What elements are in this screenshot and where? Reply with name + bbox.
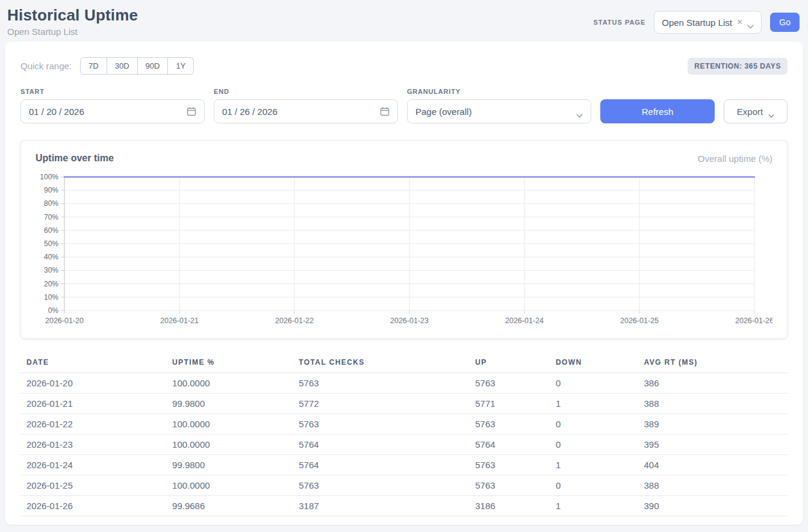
svg-text:60%: 60% bbox=[44, 226, 58, 235]
table-cell: 100.0000 bbox=[166, 414, 293, 435]
quick-range-30d-button[interactable]: 30D bbox=[107, 57, 138, 75]
page-subtitle: Open Startup List bbox=[7, 26, 138, 37]
granularity-field: GRANULARITY Page (overall) bbox=[407, 88, 591, 123]
start-date-field: START 01 / 20 / 2026 bbox=[20, 88, 205, 123]
table-cell: 404 bbox=[638, 455, 788, 475]
calendar-icon[interactable] bbox=[187, 107, 196, 116]
table-cell: 99.9800 bbox=[166, 394, 293, 414]
table-row: 2026-01-22100.0000576357630389 bbox=[20, 414, 788, 435]
table-cell: 5763 bbox=[469, 414, 550, 435]
export-button-label: Export bbox=[737, 107, 763, 117]
table-cell: 5772 bbox=[293, 394, 469, 414]
end-date-input[interactable]: 01 / 26 / 2026 bbox=[214, 99, 398, 123]
svg-text:100%: 100% bbox=[40, 173, 58, 181]
page-header: Historical Uptime Open Startup List STAT… bbox=[0, 0, 808, 42]
table-cell: 5763 bbox=[469, 455, 550, 475]
granularity-label: GRANULARITY bbox=[407, 88, 591, 95]
table-cell: 2026-01-24 bbox=[20, 455, 166, 475]
table-cell: 100.0000 bbox=[166, 435, 293, 455]
svg-text:2026-01-23: 2026-01-23 bbox=[390, 317, 429, 325]
table-cell: 395 bbox=[638, 435, 788, 455]
column-header: DATE bbox=[20, 353, 166, 373]
status-page-select[interactable]: Open Startup List × bbox=[654, 11, 762, 34]
svg-text:2026-01-21: 2026-01-21 bbox=[160, 317, 199, 325]
page-title: Historical Uptime bbox=[7, 6, 138, 25]
end-date-value: 01 / 26 / 2026 bbox=[222, 107, 278, 117]
table-cell: 5764 bbox=[469, 435, 550, 455]
table-cell: 5763 bbox=[469, 475, 550, 496]
export-button[interactable]: Export bbox=[724, 99, 788, 123]
table-cell: 388 bbox=[638, 394, 788, 414]
clear-selection-icon[interactable]: × bbox=[737, 17, 742, 27]
table-cell: 388 bbox=[638, 475, 788, 496]
table-cell: 1 bbox=[550, 496, 638, 516]
table-row: 2026-01-23100.0000576457640395 bbox=[20, 435, 788, 455]
start-label: START bbox=[20, 88, 205, 95]
quick-range-1y-button[interactable]: 1Y bbox=[168, 57, 194, 75]
table-cell: 5764 bbox=[293, 435, 469, 455]
uptime-chart-card: Uptime over time Overall uptime (%) 2026… bbox=[20, 140, 788, 339]
end-label: END bbox=[214, 88, 398, 95]
go-button[interactable]: Go bbox=[770, 13, 800, 32]
main-panel: Quick range: 7D 30D 90D 1Y RETENTION: 36… bbox=[5, 42, 803, 525]
table-cell: 0 bbox=[550, 435, 638, 455]
chart-legend: Overall uptime (%) bbox=[698, 153, 772, 164]
svg-text:2026-01-26: 2026-01-26 bbox=[735, 317, 772, 325]
svg-text:2026-01-20: 2026-01-20 bbox=[45, 317, 84, 325]
status-page-selected-value: Open Startup List bbox=[662, 17, 732, 28]
chevron-down-icon bbox=[576, 110, 583, 114]
table-cell: 2026-01-25 bbox=[20, 475, 166, 496]
svg-text:80%: 80% bbox=[44, 199, 58, 208]
svg-text:40%: 40% bbox=[44, 253, 58, 261]
table-cell: 99.9800 bbox=[166, 455, 293, 475]
svg-text:2026-01-24: 2026-01-24 bbox=[505, 317, 544, 325]
status-page-label: STATUS PAGE bbox=[593, 19, 645, 26]
svg-text:2026-01-22: 2026-01-22 bbox=[275, 317, 314, 325]
filter-fields-row: START 01 / 20 / 2026 END 01 / 26 / 2026 … bbox=[20, 88, 788, 123]
table-cell: 0 bbox=[550, 475, 638, 496]
table-cell: 5763 bbox=[293, 373, 469, 394]
table-cell: 5764 bbox=[293, 455, 469, 475]
table-cell: 386 bbox=[638, 373, 788, 394]
table-cell: 5763 bbox=[469, 373, 550, 394]
granularity-select[interactable]: Page (overall) bbox=[407, 99, 591, 123]
table-row: 2026-01-20100.0000576357630386 bbox=[20, 373, 788, 394]
table-cell: 390 bbox=[638, 496, 788, 516]
column-header: DOWN bbox=[550, 353, 638, 373]
column-header: UP bbox=[469, 353, 550, 373]
retention-badge: RETENTION: 365 DAYS bbox=[688, 58, 788, 75]
table-cell: 0 bbox=[550, 414, 638, 435]
svg-text:2026-01-25: 2026-01-25 bbox=[620, 317, 659, 325]
table-cell: 100.0000 bbox=[166, 475, 293, 496]
column-header: TOTAL CHECKS bbox=[293, 353, 469, 373]
calendar-icon[interactable] bbox=[380, 107, 390, 116]
table-cell: 100.0000 bbox=[166, 373, 293, 394]
chart-header: Uptime over time Overall uptime (%) bbox=[36, 153, 772, 164]
svg-text:90%: 90% bbox=[44, 186, 58, 194]
column-header: UPTIME % bbox=[166, 353, 293, 373]
quick-range-row: Quick range: 7D 30D 90D 1Y RETENTION: 36… bbox=[20, 57, 788, 75]
table-cell: 389 bbox=[638, 414, 788, 435]
table-cell: 2026-01-23 bbox=[20, 435, 166, 455]
table-cell: 0 bbox=[550, 373, 638, 394]
granularity-selected-value: Page (overall) bbox=[415, 107, 471, 117]
table-header-row: DATEUPTIME %TOTAL CHECKSUPDOWNAVG RT (MS… bbox=[20, 353, 788, 373]
table-row: 2026-01-2699.9686318731861390 bbox=[20, 496, 788, 516]
refresh-button[interactable]: Refresh bbox=[600, 99, 715, 123]
quick-range-label: Quick range: bbox=[20, 61, 72, 71]
chart-plot-area: 2026-01-202026-01-212026-01-222026-01-23… bbox=[36, 171, 772, 331]
table-cell: 2026-01-21 bbox=[20, 394, 166, 414]
table-cell: 5771 bbox=[469, 394, 550, 414]
table-cell: 5763 bbox=[293, 414, 469, 435]
table-cell: 3187 bbox=[293, 496, 469, 516]
table-cell: 2026-01-22 bbox=[20, 414, 166, 435]
table-cell: 3186 bbox=[469, 496, 550, 516]
svg-text:70%: 70% bbox=[44, 213, 58, 221]
table-cell: 99.9686 bbox=[166, 496, 293, 516]
chevron-down-icon bbox=[768, 110, 774, 114]
start-date-input[interactable]: 01 / 20 / 2026 bbox=[20, 99, 205, 123]
quick-range-7d-button[interactable]: 7D bbox=[80, 57, 107, 75]
quick-range-90d-button[interactable]: 90D bbox=[138, 57, 169, 75]
table-row: 2026-01-2199.9800577257711388 bbox=[20, 394, 788, 414]
table-cell: 5763 bbox=[293, 475, 469, 496]
